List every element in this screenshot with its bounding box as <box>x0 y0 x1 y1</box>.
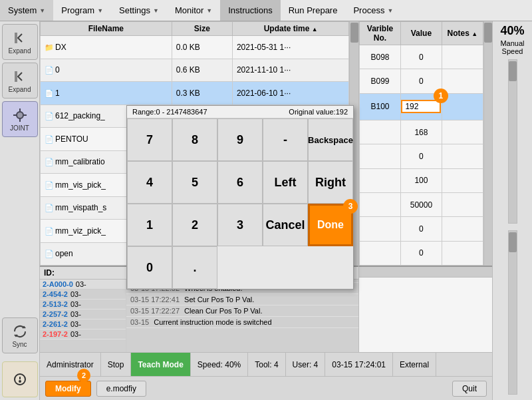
emodfiy-button[interactable]: e.modfiy <box>96 381 146 397</box>
col-varno: Varible No. <box>360 22 401 45</box>
id-list-item[interactable]: 2-A000-0 <box>43 280 73 288</box>
status-speed: Speed: 40% <box>191 353 248 376</box>
numpad-right[interactable]: Right <box>308 161 353 204</box>
id-list-item[interactable]: 2-513-2 <box>43 300 68 308</box>
menu-system-arrow: ▼ <box>39 7 45 14</box>
numpad--[interactable]: - <box>263 118 308 161</box>
var-row[interactable]: 0 <box>360 217 483 241</box>
numpad-cancel[interactable]: Cancel <box>263 204 308 246</box>
var-row[interactable]: 50000 <box>360 192 483 216</box>
menu-settings[interactable]: Settings ▼ <box>111 0 167 21</box>
status-tool: Tool: 4 <box>248 353 285 376</box>
numpad-7[interactable]: 7 <box>127 118 172 161</box>
numpad-0[interactable]: 0 <box>127 246 172 289</box>
numpad-5[interactable]: 5 <box>172 161 217 204</box>
menu-process[interactable]: Process ▼ <box>345 0 401 21</box>
badge-3: 3 <box>343 199 358 214</box>
col-filename: FileName <box>41 22 172 36</box>
id-list-item[interactable]: 2-261-2 <box>43 320 68 328</box>
menu-instructions[interactable]: Instructions <box>220 0 280 21</box>
menu-monitor-arrow: ▼ <box>206 7 212 14</box>
numpad-backspace[interactable]: Backspace <box>308 118 353 161</box>
right-scrollbar[interactable] <box>508 59 517 224</box>
numpad-2[interactable]: 2 <box>172 204 217 246</box>
menu-program-arrow: ▼ <box>97 7 103 14</box>
speed-label: ManualSpeed <box>500 39 524 55</box>
col-updatetime: Update time ▲ <box>232 22 349 36</box>
numpad-6[interactable]: 6 <box>217 161 263 204</box>
status-user: User: 4 <box>286 353 326 376</box>
numpad-grid: 789-Backspace456LeftRight123CancelDone30… <box>127 118 353 289</box>
var-row[interactable]: B099 0 <box>360 69 483 93</box>
numpad-done[interactable]: Done3 <box>308 204 353 246</box>
right-scrollbar2[interactable] <box>508 230 517 395</box>
status-bar: Administrator Stop Teach Mode Speed: 40%… <box>40 352 492 376</box>
menu-settings-arrow: ▼ <box>153 7 159 14</box>
var-row[interactable]: 0 <box>360 241 483 265</box>
numpad-3[interactable]: 3 <box>217 204 263 246</box>
modify-button[interactable]: Modify <box>45 381 91 397</box>
status-stop[interactable]: Stop <box>101 353 132 376</box>
var-row[interactable]: 168 <box>360 120 483 144</box>
status-administrator: Administrator <box>40 353 101 376</box>
numpad-1[interactable]: 1 <box>127 204 172 246</box>
numpad-8[interactable]: 8 <box>172 118 217 161</box>
id-log-split: 2-A000-0 03- 2-454-2 03- 2-513-2 03- <box>40 280 358 352</box>
sidebar-btn-expand2[interactable]: Expand <box>2 63 38 99</box>
menu-run-prepare[interactable]: Run Prepare <box>281 0 346 21</box>
numpad-.[interactable]: . <box>172 246 217 289</box>
sidebar-btn-sync[interactable]: Sync <box>2 317 38 353</box>
var-row[interactable]: B098 0 <box>360 45 483 69</box>
menu-system[interactable]: System ▼ <box>0 0 53 21</box>
right-panel: 40% ManualSpeed <box>492 21 532 400</box>
var-log-scrollbar[interactable] <box>359 267 492 278</box>
table-row[interactable]: 📄0 0.6 KB 2021-11-10 1··· <box>41 59 349 82</box>
sidebar-btn-joint[interactable]: JOINT <box>2 101 38 137</box>
action-bar: Modify 2 e.modfiy Quit <box>40 376 492 400</box>
id-list-item[interactable]: 2-197-2 <box>43 330 68 338</box>
scrollbar-thumb-right2[interactable] <box>509 232 517 252</box>
svg-point-2 <box>17 112 23 118</box>
modify-btn-wrapper: Modify 2 <box>45 381 91 397</box>
var-row[interactable]: 0 <box>360 144 483 168</box>
var-row[interactable]: 100 <box>360 168 483 192</box>
id-list-item[interactable]: 2-454-2 <box>43 290 68 298</box>
sidebar-btn-reset[interactable] <box>2 361 38 397</box>
quit-button[interactable]: Quit <box>452 381 487 397</box>
scrollbar-thumb[interactable] <box>350 23 358 43</box>
badge-2: 2 <box>77 369 90 382</box>
numpad-left[interactable]: Left <box>263 161 308 204</box>
menu-process-arrow: ▼ <box>387 7 393 14</box>
status-teach-mode[interactable]: Teach Mode <box>131 353 190 376</box>
var-log-panel <box>359 266 492 352</box>
svg-rect-0 <box>15 33 17 43</box>
id-list-item[interactable]: 2-257-2 <box>43 310 68 318</box>
numpad-9[interactable]: 9 <box>217 118 263 161</box>
var-row[interactable]: B100 1 <box>360 93 483 120</box>
log-item: 03-15 17:22:27 Clean Cur Pos To P Val. <box>126 305 358 317</box>
menu-program[interactable]: Program ▼ <box>53 0 111 21</box>
var-table: Varible No. Value Notes ▲ B098 0 <box>359 21 483 266</box>
log-item: 03-15 Current instruction mode is switch… <box>126 317 358 328</box>
var-panel: Varible No. Value Notes ▲ B098 0 <box>359 21 492 352</box>
var-scrollbar-thumb[interactable] <box>484 23 492 43</box>
menu-bar: System ▼ Program ▼ Settings ▼ Monitor ▼ … <box>0 0 532 21</box>
svg-rect-1 <box>15 71 17 82</box>
sidebar-btn-expand1[interactable]: Expand <box>2 24 38 60</box>
status-external: External <box>393 353 436 376</box>
scrollbar-thumb-right[interactable] <box>509 61 517 81</box>
speed-pct: 40% <box>500 24 524 38</box>
col-notes: Notes ▲ <box>442 22 483 45</box>
status-time: 03-15 17:24:01 <box>325 353 393 376</box>
numpad-info: Range:0 - 2147483647 Original value:192 <box>127 106 353 118</box>
badge-1: 1 <box>434 89 448 103</box>
log-item: 03-15 17:22:41 Set Cur Pos To P Val. <box>126 294 358 305</box>
var-table-wrapper: Varible No. Value Notes ▲ B098 0 <box>359 21 492 266</box>
table-row[interactable]: 📁DX 0.0 KB 2021-05-31 1··· <box>41 36 349 59</box>
var-value-input[interactable] <box>401 100 441 113</box>
menu-monitor[interactable]: Monitor ▼ <box>167 0 220 21</box>
var-table-scrollbar[interactable] <box>483 21 492 266</box>
numpad-overlay: Range:0 - 2147483647 Original value:192 … <box>126 105 354 290</box>
table-row[interactable]: 📄1 0.3 KB 2021-06-10 1··· <box>41 82 349 105</box>
numpad-4[interactable]: 4 <box>127 161 172 204</box>
